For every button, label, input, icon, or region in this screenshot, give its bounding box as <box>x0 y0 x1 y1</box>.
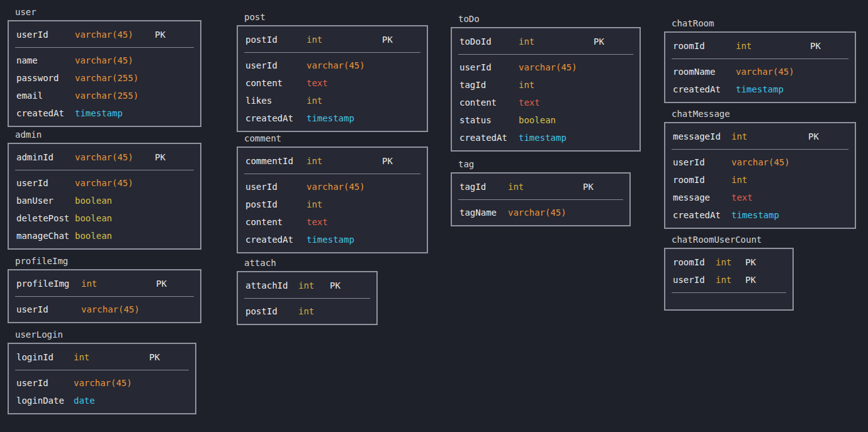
pk-section: adminId varchar(45) PK <box>9 144 200 170</box>
field-row: tagId int <box>452 76 640 94</box>
field-name: postId <box>245 302 298 320</box>
field-type: int <box>716 271 745 289</box>
table-todo: toDo toDoId int PK userId varchar(45) ta… <box>451 14 641 152</box>
table-userlogin-box[interactable]: loginId int PK userId varchar(45) loginD… <box>8 343 196 414</box>
field-type: timestamp <box>307 231 382 248</box>
field-name: content <box>245 213 307 231</box>
table-user-box[interactable]: userId varchar(45) PK name varchar(45) p… <box>8 20 201 127</box>
field-name: createdAt <box>673 206 731 224</box>
field-type: boolean <box>75 227 155 245</box>
field-type: varchar(45) <box>75 52 155 69</box>
table-tag: tag tagId int PK tagName varchar(45) <box>451 159 631 226</box>
fields-section: userId varchar(45) tagId int content tex… <box>452 55 640 150</box>
field-row: content text <box>238 213 427 231</box>
table-chatmessage-box[interactable]: messageId int PK userId varchar(45) room… <box>664 122 856 229</box>
fields-section: roomName varchar(45) createdAt timestamp <box>665 59 855 102</box>
fields-section: postId int <box>238 299 376 324</box>
field-name: tagId <box>459 76 519 94</box>
table-chatroom-title: chatRoom <box>664 18 856 31</box>
field-name: postId <box>245 196 307 213</box>
field-name: tagName <box>459 204 508 221</box>
table-post-box[interactable]: postId int PK userId varchar(45) content… <box>237 25 428 132</box>
table-chatroomusercount-title: chatRoomUserCount <box>664 235 794 248</box>
table-profileimg: profileImg profileImg int PK userId varc… <box>8 256 201 323</box>
fields-section: userId varchar(45) banUser boolean delet… <box>9 170 200 248</box>
table-comment: comment commentId int PK userId varchar(… <box>237 133 428 253</box>
field-name: commentId <box>245 152 307 170</box>
field-row: userId varchar(45) <box>238 178 427 196</box>
table-user: user userId varchar(45) PK name varchar(… <box>8 7 201 127</box>
table-todo-title: toDo <box>451 14 641 27</box>
table-chatroomusercount-box[interactable]: roomId int PK userId int PK <box>664 248 794 311</box>
field-type: int <box>731 128 808 145</box>
field-name: message <box>673 189 731 206</box>
field-row: createdAt timestamp <box>665 80 855 98</box>
field-type: boolean <box>519 111 594 129</box>
field-type: timestamp <box>736 80 810 98</box>
table-tag-box[interactable]: tagId int PK tagName varchar(45) <box>451 172 631 226</box>
table-attach-box[interactable]: attachId int PK postId int <box>237 271 378 325</box>
field-name: postId <box>245 31 307 48</box>
field-type: int <box>298 277 330 294</box>
field-name: roomId <box>673 171 731 189</box>
pk-badge: PK <box>382 31 419 48</box>
field-row: message text <box>665 189 855 206</box>
field-type: timestamp <box>75 104 155 122</box>
pk-badge: PK <box>745 253 785 271</box>
field-name: createdAt <box>245 231 307 248</box>
schema-diagram-canvas[interactable]: user userId varchar(45) PK name varchar(… <box>0 0 868 432</box>
field-type: varchar(255) <box>75 69 155 87</box>
field-row: profileImg int PK <box>9 275 200 292</box>
field-row: loginDate date <box>9 392 195 409</box>
field-row: status boolean <box>452 111 640 129</box>
field-name: roomId <box>673 37 736 55</box>
field-name: userId <box>245 57 307 74</box>
pk-badge: PK <box>382 152 419 170</box>
table-todo-box[interactable]: toDoId int PK userId varchar(45) tagId i… <box>451 27 641 152</box>
table-chatroom-box[interactable]: roomId int PK roomName varchar(45) creat… <box>664 31 856 103</box>
field-name: roomId <box>673 253 716 271</box>
field-row: postId int PK <box>238 31 427 48</box>
table-admin-title: admin <box>8 130 201 143</box>
table-attach: attach attachId int PK postId int <box>237 258 378 325</box>
field-row: userId varchar(45) <box>238 57 427 74</box>
pk-section: loginId int PK <box>9 344 195 370</box>
field-type: varchar(45) <box>81 301 156 318</box>
pk-section: toDoId int PK <box>452 28 640 54</box>
pk-badge: PK <box>330 277 369 294</box>
table-chatroom: chatRoom roomId int PK roomName varchar(… <box>664 18 856 103</box>
field-name: createdAt <box>459 129 519 147</box>
table-profileimg-title: profileImg <box>8 256 201 269</box>
field-row: content text <box>238 74 427 92</box>
pk-section: postId int PK <box>238 26 427 52</box>
field-name: userId <box>459 58 519 76</box>
table-admin-box[interactable]: adminId varchar(45) PK userId varchar(45… <box>8 143 201 250</box>
field-type: int <box>307 31 382 48</box>
field-type: varchar(45) <box>75 174 155 192</box>
field-row: createdAt timestamp <box>238 109 427 127</box>
field-type: int <box>731 171 808 189</box>
field-type: text <box>731 189 808 206</box>
pk-section: commentId int PK <box>238 148 427 174</box>
fields-section: userId varchar(45) <box>9 297 200 322</box>
table-userlogin-title: userLogin <box>8 330 196 343</box>
table-profileimg-box[interactable]: profileImg int PK userId varchar(45) <box>8 269 201 323</box>
field-row: createdAt timestamp <box>452 129 640 147</box>
field-name: messageId <box>673 128 731 145</box>
field-name: loginId <box>16 348 74 366</box>
field-row: roomId int PK <box>665 253 792 271</box>
pk-section: userId varchar(45) PK <box>9 21 200 47</box>
field-type: int <box>716 253 745 271</box>
table-comment-box[interactable]: commentId int PK userId varchar(45) post… <box>237 147 428 253</box>
field-type: text <box>307 213 382 231</box>
field-row: loginId int PK <box>9 348 195 366</box>
field-name: name <box>16 52 75 69</box>
pk-section: roomId int PK <box>665 33 855 58</box>
field-type: int <box>519 76 594 94</box>
pk-badge: PK <box>810 37 847 55</box>
pk-badge: PK <box>156 275 193 292</box>
field-type: int <box>81 275 156 292</box>
field-row: attachId int PK <box>238 277 376 294</box>
field-row: createdAt timestamp <box>665 206 855 224</box>
field-name: email <box>16 87 75 104</box>
